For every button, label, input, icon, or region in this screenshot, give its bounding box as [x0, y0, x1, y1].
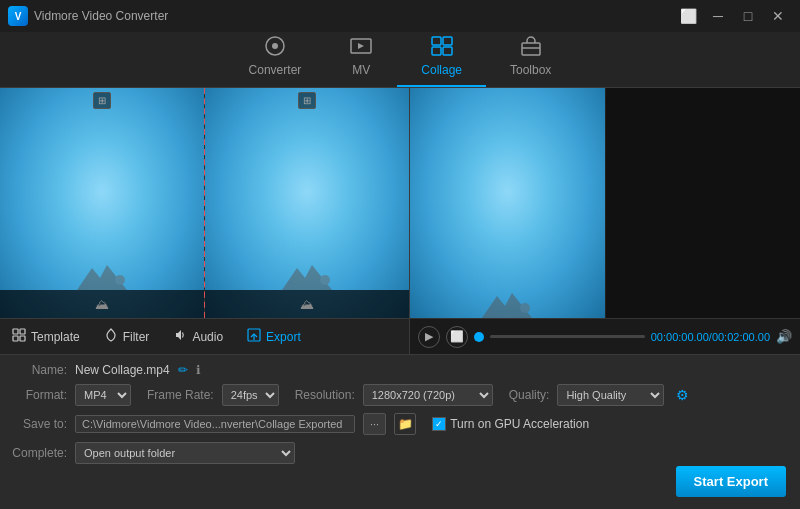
audio-icon: [173, 328, 187, 345]
edit-controls: Template Filter Audio: [0, 318, 409, 354]
gpu-label: Turn on GPU Acceleration: [450, 417, 589, 431]
name-value: New Collage.mp4: [75, 363, 170, 377]
complete-label: Complete:: [12, 446, 67, 460]
volume-icon[interactable]: 🔊: [776, 329, 792, 344]
template-button[interactable]: Template: [0, 319, 92, 354]
window-controls: ⬜ ─ □ ✕: [674, 6, 792, 26]
close-button[interactable]: ✕: [764, 6, 792, 26]
quality-label: Quality:: [509, 388, 550, 402]
tab-mv[interactable]: MV: [325, 29, 397, 87]
collage-icon: [430, 35, 454, 60]
resolution-select[interactable]: 1280x720 (720p) 1920x1080 (1080p): [363, 384, 493, 406]
minimize-button[interactable]: ─: [704, 6, 732, 26]
mountain-icon-2: ⛰: [300, 296, 314, 312]
svg-point-10: [115, 275, 125, 285]
svg-rect-16: [20, 336, 25, 341]
svg-rect-5: [432, 47, 441, 55]
time-display: 00:00:00.00/00:02:00.00: [651, 331, 770, 343]
tab-collage[interactable]: Collage: [397, 29, 486, 87]
svg-rect-14: [20, 329, 25, 334]
svg-rect-3: [432, 37, 441, 45]
template-label: Template: [31, 330, 80, 344]
preview-videos: [410, 88, 800, 318]
panel-videos: ⊞ ⛰ ⊞: [0, 88, 409, 318]
nav-tabs: Converter MV Collage: [0, 32, 800, 88]
mountain-icon-1: ⛰: [95, 296, 109, 312]
mountain-shape-1: [0, 260, 204, 290]
framerate-select[interactable]: 24fps 30fps 60fps: [222, 384, 279, 406]
edit-panel: ⊞ ⛰ ⊞: [0, 88, 410, 354]
settings-panel: Name: New Collage.mp4 ✏ ℹ Format: MP4 AV…: [0, 354, 800, 509]
mountain-shape-2: [205, 260, 409, 290]
tab-collage-label: Collage: [421, 63, 462, 77]
save-path-display: C:\Vidmore\Vidmore Video...nverter\Colla…: [75, 415, 355, 433]
svg-rect-7: [522, 43, 540, 55]
name-label: Name:: [12, 363, 67, 377]
svg-rect-6: [443, 47, 452, 55]
play-icon: ▶: [425, 330, 433, 343]
title-bar-left: V Vidmore Video Converter: [8, 6, 168, 26]
audio-button[interactable]: Audio: [161, 319, 235, 354]
browse-dots-button[interactable]: ···: [363, 413, 386, 435]
saveto-label: Save to:: [12, 417, 67, 431]
filter-button[interactable]: Filter: [92, 319, 162, 354]
start-export-button[interactable]: Start Export: [676, 466, 786, 497]
format-row: Format: MP4 AVI MOV Frame Rate: 24fps 30…: [12, 384, 788, 406]
stop-button[interactable]: ⬜: [446, 326, 468, 348]
svg-point-12: [320, 275, 330, 285]
preview-controls: ▶ ⬜ 00:00:00.00/00:02:00.00 🔊: [410, 318, 800, 354]
export-button[interactable]: Export: [235, 319, 313, 354]
progress-track[interactable]: [490, 335, 645, 338]
preview-slot-1: [410, 88, 605, 318]
progress-dot: [474, 332, 484, 342]
svg-marker-17: [176, 330, 181, 340]
gear-icon[interactable]: ⚙: [676, 387, 689, 403]
video-slot-2[interactable]: ⊞ ⛰: [204, 88, 409, 318]
mv-icon: [349, 35, 373, 60]
filter-label: Filter: [123, 330, 150, 344]
video-slot-1[interactable]: ⊞ ⛰: [0, 88, 204, 318]
preview-slot-2: [605, 88, 801, 318]
tab-mv-label: MV: [352, 63, 370, 77]
audio-label: Audio: [192, 330, 223, 344]
quality-select[interactable]: High Quality Medium Quality: [557, 384, 664, 406]
stop-icon: ⬜: [450, 330, 464, 343]
main-content: ⊞ ⛰ ⊞: [0, 88, 800, 354]
tab-toolbox[interactable]: Toolbox: [486, 29, 575, 87]
export-label: Export: [266, 330, 301, 344]
app-logo: V: [8, 6, 28, 26]
edit-name-icon[interactable]: ✏: [178, 363, 188, 377]
export-icon: [247, 328, 261, 345]
video-bottom-bar-2: ⛰: [205, 290, 409, 318]
caption-icon-btn[interactable]: ⬜: [674, 6, 702, 26]
gpu-checkbox-box: ✓: [432, 417, 446, 431]
video-preview-1: ⊞: [0, 88, 204, 318]
converter-icon: [263, 35, 287, 60]
open-folder-button[interactable]: 📁: [394, 413, 416, 435]
template-icon: [12, 328, 26, 345]
saveto-row: Save to: C:\Vidmore\Vidmore Video...nver…: [12, 413, 788, 435]
tab-toolbox-label: Toolbox: [510, 63, 551, 77]
info-icon[interactable]: ℹ: [196, 363, 201, 377]
preview-mountain-1: [410, 283, 605, 318]
svg-rect-15: [13, 336, 18, 341]
name-row: Name: New Collage.mp4 ✏ ℹ: [12, 363, 788, 377]
video-slot-icon-1: ⊞: [93, 92, 111, 109]
svg-rect-13: [13, 329, 18, 334]
preview-panel: ▶ ⬜ 00:00:00.00/00:02:00.00 🔊: [410, 88, 800, 354]
title-text: Vidmore Video Converter: [34, 9, 168, 23]
gpu-checkbox[interactable]: ✓ Turn on GPU Acceleration: [432, 417, 589, 431]
play-button[interactable]: ▶: [418, 326, 440, 348]
svg-rect-4: [443, 37, 452, 45]
framerate-label: Frame Rate:: [147, 388, 214, 402]
tab-converter-label: Converter: [249, 63, 302, 77]
preview-video-2: [606, 88, 801, 318]
toolbox-icon: [519, 35, 543, 60]
filter-icon: [104, 328, 118, 345]
tab-converter[interactable]: Converter: [225, 29, 326, 87]
maximize-button[interactable]: □: [734, 6, 762, 26]
format-select[interactable]: MP4 AVI MOV: [75, 384, 131, 406]
svg-point-1: [272, 43, 278, 49]
complete-select[interactable]: Open output folder Do nothing Shut down: [75, 442, 295, 464]
svg-point-21: [520, 303, 530, 313]
